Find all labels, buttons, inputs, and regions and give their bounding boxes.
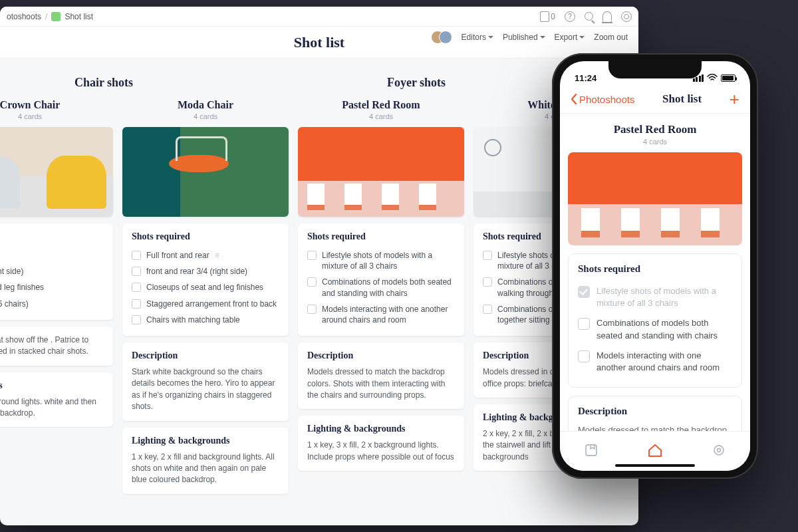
phone-notch	[608, 61, 702, 78]
avatar	[439, 31, 452, 44]
checklist-item[interactable]: Lifestyle shots of models with a mixture…	[307, 247, 455, 274]
tab-home-icon[interactable]	[647, 443, 663, 460]
checkbox-icon[interactable]	[132, 267, 141, 276]
checkbox-icon[interactable]	[132, 315, 141, 325]
checkbox-icon[interactable]	[132, 283, 141, 292]
board: Chair shots Foyer shots Crown Chair 4 ca…	[0, 59, 638, 525]
lighting-card[interactable]: Lighting & backgrounds 1 x key, 2 x fill…	[122, 428, 289, 494]
checkbox-icon[interactable]	[483, 251, 492, 260]
checklist-item[interactable]: and rear	[0, 247, 104, 263]
add-button[interactable]: +	[730, 90, 739, 108]
column-title: Crown Chair	[0, 99, 113, 111]
phone-scroll-area[interactable]: Pastel Red Room 4 cards Shots required L…	[560, 114, 750, 431]
checkbox-icon[interactable]	[132, 251, 141, 260]
collaborator-avatars[interactable]	[431, 31, 452, 44]
phone-device-frame: 11:24 Photoshoots Shot list + Pastel Red…	[552, 53, 758, 479]
export-dropdown[interactable]: Export	[555, 33, 585, 42]
shots-required-card[interactable]: red and rear rear 3/4 (right side) s of …	[0, 223, 113, 320]
description-card[interactable]: Description Stark white background so th…	[122, 342, 289, 421]
column-hero-card[interactable]	[0, 127, 113, 217]
card-heading: Lighting & backgrounds	[307, 424, 455, 434]
lighting-text: 1 x key, 2 x fill and background lights.…	[132, 452, 279, 486]
drag-handle-icon[interactable]: ≡	[215, 250, 221, 261]
checklist-item[interactable]: front and rear 3/4 (right side)	[132, 263, 279, 279]
desktop-app-window: otoshoots / Shot list 0 ? Shot list Edit…	[0, 7, 638, 525]
description-text: Stark white background so the chairs det…	[132, 366, 279, 413]
checklist-item[interactable]: s of seat and leg finishes	[0, 279, 104, 295]
checkbox-icon[interactable]	[483, 305, 492, 314]
checklist-item[interactable]: Lifestyle shots of models with a mixture…	[578, 281, 732, 313]
device-count-chip[interactable]: 0	[540, 11, 555, 22]
back-button[interactable]: Photoshoots	[571, 94, 634, 105]
breadcrumb-parent[interactable]: otoshoots	[7, 12, 41, 21]
card-heading: Lighting & backgrounds	[132, 436, 279, 446]
document-actions: Editors Published Export Zoom out	[431, 31, 628, 44]
checklist-item[interactable]: Models interacting with one another arou…	[578, 346, 732, 378]
lighting-card[interactable]: Lighting & backgrounds 1 x key, 3 x fill…	[298, 416, 464, 471]
column-pastel-red-room[interactable]: Pastel Red Room 4 cards Shots required L…	[298, 99, 464, 494]
phone-description-card[interactable]: Description Models dressed to match the …	[568, 396, 742, 431]
column-title: Pastel Red Room	[298, 99, 464, 111]
checkbox-icon[interactable]	[578, 350, 590, 362]
bell-icon[interactable]	[602, 11, 612, 22]
column-hero-card[interactable]	[122, 127, 289, 217]
checkbox-icon[interactable]	[483, 277, 492, 287]
phone-shots-card[interactable]: Shots required Lifestyle shots of models…	[568, 253, 742, 388]
phone-column-title: Pastel Red Room	[567, 123, 743, 136]
checklist-item[interactable]: Full front and rear≡	[132, 247, 279, 263]
phone-column-count: 4 cards	[567, 138, 743, 146]
hero-thumbnail	[298, 127, 464, 217]
column-card-count: 4 cards	[0, 112, 113, 120]
home-indicator[interactable]	[615, 464, 695, 467]
checkbox-icon[interactable]	[307, 251, 317, 260]
checklist-item[interactable]: Closeups of seat and leg finishes	[132, 279, 279, 295]
card-heading: Shots required	[132, 231, 279, 242]
published-dropdown[interactable]: Published	[503, 33, 545, 42]
tab-notes-icon[interactable]	[584, 443, 598, 460]
tab-settings-icon[interactable]	[712, 443, 726, 460]
description-card[interactable]: Description Models dressed to match the …	[298, 342, 464, 409]
checklist-item[interactable]: chairs (3 to 5 chairs)	[0, 296, 104, 312]
phone-hero-image[interactable]	[568, 152, 742, 245]
editors-dropdown[interactable]: Editors	[462, 33, 493, 42]
checkbox-icon[interactable]	[307, 277, 317, 287]
checkbox-icon[interactable]	[578, 286, 590, 298]
status-time: 11:24	[575, 73, 597, 83]
column-moda-chair[interactable]: Moda Chair 4 cards Shots required Full f…	[122, 99, 289, 494]
shots-required-card[interactable]: Shots required Full front and rear≡ fron…	[122, 223, 289, 336]
column-title: Moda Chair	[122, 99, 289, 111]
column-crown-chair[interactable]: Crown Chair 4 cards red and rear rear 3/…	[0, 99, 113, 494]
zoom-out-button[interactable]: Zoom out	[594, 33, 628, 42]
column-hero-card[interactable]	[298, 127, 464, 217]
chevron-left-icon	[571, 94, 577, 104]
group-header-foyer-shots: Foyer shots	[243, 72, 589, 99]
description-text: positions that show off the . Patrice to…	[0, 334, 104, 358]
checklist-item[interactable]: Models interacting with one another arou…	[307, 301, 455, 328]
search-icon[interactable]	[585, 12, 593, 21]
settings-gear-icon[interactable]	[621, 11, 632, 22]
checklist-item[interactable]: Combinations of models both seated and s…	[307, 274, 455, 301]
svg-point-2	[717, 448, 720, 452]
lighting-card[interactable]: ackgrounds ll and background lights. whi…	[0, 372, 113, 428]
description-card[interactable]: positions that show off the . Patrice to…	[0, 327, 113, 366]
shots-required-card[interactable]: Shots required Lifestyle shots of models…	[298, 223, 464, 336]
column-card-count: 4 cards	[122, 112, 289, 120]
card-heading: red	[0, 231, 104, 242]
svg-point-1	[714, 446, 724, 455]
help-icon[interactable]: ?	[565, 11, 575, 22]
checklist-item[interactable]: Staggered arrangement front to back	[132, 296, 279, 312]
breadcrumb-separator: /	[45, 12, 47, 21]
checkbox-icon[interactable]	[307, 305, 317, 314]
breadcrumb-current[interactable]: Shot list	[65, 12, 93, 21]
checklist-item[interactable]: Combinations of models both seated and s…	[578, 313, 732, 345]
card-heading: Description	[578, 406, 732, 417]
card-heading: Shots required	[307, 231, 455, 242]
checklist-item[interactable]: rear 3/4 (right side)	[0, 263, 104, 279]
phone-screen: 11:24 Photoshoots Shot list + Pastel Red…	[560, 61, 750, 471]
checkbox-icon[interactable]	[132, 299, 141, 309]
checkbox-icon[interactable]	[578, 318, 590, 330]
description-text: Models dressed to match the backdrop col…	[307, 366, 455, 401]
checklist-item[interactable]: Chairs with matching table	[132, 312, 279, 328]
card-heading: Description	[307, 350, 455, 361]
phone-nav-title: Shot list	[662, 92, 702, 106]
